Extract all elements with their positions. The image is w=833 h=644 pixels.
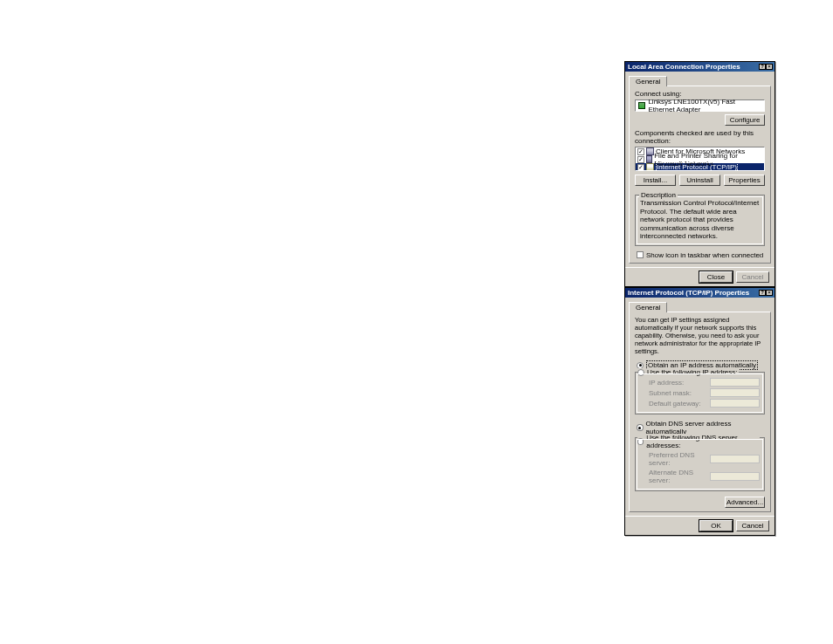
manual-dns-group: Use the following DNS server addresses: … <box>635 437 765 491</box>
title-text: Local Area Connection Properties <box>628 63 740 71</box>
tab-general[interactable]: General <box>629 76 667 86</box>
ip-address-row: IP address: <box>649 378 760 387</box>
checkbox-icon[interactable]: ✓ <box>637 156 644 163</box>
field-label: Subnet mask: <box>649 389 710 397</box>
checkbox-icon[interactable]: ✓ <box>637 164 644 171</box>
ok-button[interactable]: OK <box>699 520 733 531</box>
tab-panel: Connect using: Linksys LNE100TX(v5) Fast… <box>629 86 771 264</box>
ip-address-input <box>710 378 760 387</box>
radio-icon[interactable] <box>637 424 644 431</box>
tcpip-properties-dialog: Internet Protocol (TCP/IP) Properties ? … <box>624 287 775 536</box>
radio-manual-ip[interactable]: Use the following IP address: <box>637 368 739 376</box>
titlebar[interactable]: Internet Protocol (TCP/IP) Properties ? … <box>625 288 774 298</box>
uninstall-button[interactable]: Uninstall <box>679 175 720 186</box>
alternate-dns-input <box>710 472 760 481</box>
components-list[interactable]: ✓ Client for Microsoft Networks ✓ File a… <box>635 147 765 171</box>
titlebar-buttons: ? × <box>759 64 773 70</box>
radio-icon[interactable] <box>637 438 644 445</box>
tab-strip: General <box>625 73 774 86</box>
gateway-input <box>710 399 760 408</box>
close-icon[interactable]: × <box>766 64 773 70</box>
tab-strip: General <box>625 299 774 312</box>
help-icon[interactable]: ? <box>759 290 766 296</box>
client-icon <box>646 147 654 155</box>
help-icon[interactable]: ? <box>759 64 766 70</box>
title-text: Internet Protocol (TCP/IP) Properties <box>628 289 749 297</box>
manual-ip-group: Use the following IP address: IP address… <box>635 372 765 414</box>
cancel-button: Cancel <box>736 271 769 283</box>
properties-button[interactable]: Properties <box>724 175 765 186</box>
tab-general[interactable]: General <box>629 302 667 312</box>
network-adapter-icon <box>638 102 645 109</box>
preferred-dns-input <box>710 455 760 463</box>
field-label: Default gateway: <box>649 400 710 408</box>
field-label: Preferred DNS server: <box>649 451 710 467</box>
radio-manual-dns[interactable]: Use the following DNS server addresses: <box>637 434 760 449</box>
lan-properties-dialog: Local Area Connection Properties ? × Gen… <box>624 61 775 287</box>
titlebar[interactable]: Local Area Connection Properties ? × <box>625 62 774 72</box>
install-button[interactable]: Install... <box>635 175 676 186</box>
sharing-icon <box>646 155 652 163</box>
field-label: IP address: <box>649 379 710 387</box>
component-buttons: Install... Uninstall Properties <box>635 171 765 189</box>
checkbox-icon[interactable]: ✓ <box>637 148 644 155</box>
taskbar-label: Show icon in taskbar when connected <box>646 251 763 259</box>
radio-label: Use the following IP address: <box>647 368 737 376</box>
cancel-button[interactable]: Cancel <box>736 520 769 531</box>
adapter-field: Linksys LNE100TX(v5) Fast Ethernet Adapt… <box>635 99 765 112</box>
taskbar-checkbox-row[interactable]: Show icon in taskbar when connected <box>637 251 765 259</box>
dialog-buttons: OK Cancel <box>625 516 774 535</box>
close-button[interactable]: Close <box>699 271 733 283</box>
radio-icon[interactable] <box>637 369 644 376</box>
field-label: Alternate DNS server: <box>649 469 710 484</box>
dialog-buttons: Close Cancel <box>625 267 774 286</box>
subnet-input <box>710 388 760 397</box>
titlebar-buttons: ? × <box>759 290 773 296</box>
checkbox-icon[interactable] <box>637 251 644 258</box>
tcpip-icon <box>646 163 654 171</box>
preferred-dns-row: Preferred DNS server: <box>649 451 760 467</box>
advanced-button[interactable]: Advanced... <box>725 497 765 508</box>
intro-text: You can get IP settings assigned automat… <box>635 316 765 355</box>
alternate-dns-row: Alternate DNS server: <box>649 469 760 484</box>
configure-button[interactable]: Configure <box>725 114 765 126</box>
gateway-row: Default gateway: <box>649 399 760 408</box>
description-group: Description Transmission Control Protoco… <box>635 195 765 246</box>
tab-panel: You can get IP settings assigned automat… <box>629 312 771 512</box>
component-label: Internet Protocol (TCP/IP) <box>656 162 738 171</box>
components-label: Components checked are used by this conn… <box>635 129 765 145</box>
adapter-name: Linksys LNE100TX(v5) Fast Ethernet Adapt… <box>648 98 761 113</box>
description-text: Transmission Control Protocol/Internet P… <box>640 199 760 241</box>
subnet-row: Subnet mask: <box>649 388 760 397</box>
connect-using-label: Connect using: <box>635 90 765 98</box>
radio-label: Use the following DNS server addresses: <box>646 434 758 449</box>
close-icon[interactable]: × <box>766 290 773 296</box>
description-title: Description <box>639 191 678 199</box>
